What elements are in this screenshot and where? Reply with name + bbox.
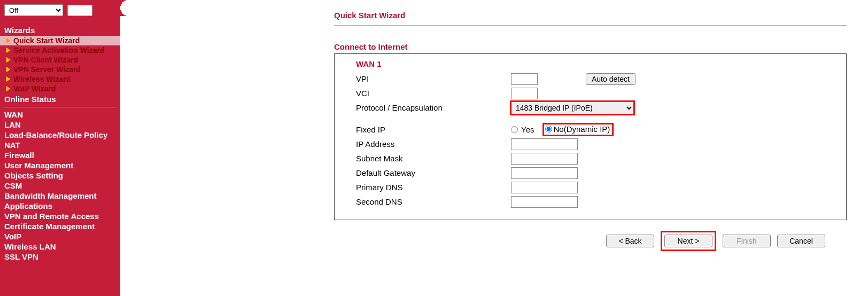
nav-bandwidth-management[interactable]: Bandwidth Management: [0, 191, 120, 201]
next-highlight: Next >: [661, 231, 716, 251]
arrow-icon: [6, 57, 10, 63]
label-second-dns: Second DNS: [351, 197, 511, 206]
label-subnet-mask: Subnet Mask: [351, 154, 511, 163]
vpi-input[interactable]: [511, 73, 538, 85]
label-default-gateway: Default Gateway: [351, 168, 511, 177]
form-box: WAN 1 VPI Auto detect VCI Protocol / Enc…: [334, 53, 847, 220]
ipv6-six: v6: [78, 6, 89, 14]
nav-load-balance[interactable]: Load-Balance/Route Policy: [0, 130, 120, 140]
nav-objects-setting[interactable]: Objects Setting: [0, 170, 120, 181]
nav-vpn-remote-access[interactable]: VPN and Remote Access: [0, 211, 120, 221]
main-content: Quick Start Wizard Connect to Internet W…: [120, 0, 868, 296]
mode-select[interactable]: Off: [4, 4, 63, 16]
primary-dns-input[interactable]: [511, 182, 578, 193]
fixed-ip-no-label: No(Dynamic IP): [553, 124, 610, 134]
auto-detect-button[interactable]: Auto detect: [586, 73, 636, 85]
section-title: Connect to Internet: [334, 42, 847, 51]
cancel-button[interactable]: Cancel: [777, 235, 825, 247]
nav-certificate-management[interactable]: Certificate Management: [0, 221, 120, 231]
nav-ssl-vpn[interactable]: SSL VPN: [0, 252, 120, 262]
sidebar-item-label: Service Activation Wizard: [13, 46, 105, 54]
nav-lan[interactable]: LAN: [0, 120, 120, 130]
sidebar-item-vpn-client-wizard[interactable]: VPN Client Wizard: [0, 55, 120, 65]
sidebar-item-label: VoIP Wizard: [13, 84, 56, 93]
footer-buttons: < Back Next > Finish Cancel: [334, 231, 847, 251]
label-protocol: Protocol / Encapsulation: [351, 103, 511, 112]
sidebar-item-wireless-wizard[interactable]: Wireless Wizard: [0, 74, 120, 84]
nav-wan[interactable]: WAN: [0, 110, 120, 120]
fixed-ip-no-radio[interactable]: [545, 126, 552, 133]
arrow-icon: [6, 38, 10, 43]
protocol-select[interactable]: 1483 Bridged IP (IPoE): [511, 102, 634, 114]
second-dns-input[interactable]: [511, 196, 578, 208]
nav-voip[interactable]: VoIP: [0, 231, 120, 242]
sidebar-item-quick-start-wizard[interactable]: Quick Start Wizard: [0, 36, 120, 45]
divider: [4, 107, 116, 107]
ipv6-prefix: IP: [71, 6, 78, 14]
sidebar: Off IPv6 Wizards Quick Start Wizard Serv…: [0, 0, 120, 296]
arrow-icon: [6, 86, 10, 91]
sidebar-item-label: Quick Start Wizard: [13, 36, 80, 45]
nav-wireless-lan[interactable]: Wireless LAN: [0, 242, 120, 252]
ipv6-badge[interactable]: IPv6: [67, 5, 92, 16]
label-vci: VCI: [351, 89, 511, 98]
label-ip-address: IP Address: [351, 139, 511, 149]
label-fixed-ip: Fixed IP: [351, 125, 511, 134]
nav-csm[interactable]: CSM: [0, 181, 120, 191]
arrow-icon: [6, 76, 10, 82]
nav-user-management[interactable]: User Management: [0, 160, 120, 170]
sidebar-item-label: Wireless Wizard: [13, 75, 71, 83]
wan-heading: WAN 1: [351, 59, 835, 68]
sidebar-item-label: VPN Server Wizard: [13, 65, 81, 74]
sidebar-item-voip-wizard[interactable]: VoIP Wizard: [0, 84, 120, 94]
label-vpi: VPI: [351, 74, 511, 83]
sidebar-item-label: VPN Client Wizard: [13, 56, 78, 64]
next-button[interactable]: Next >: [664, 235, 712, 247]
fixed-ip-no-highlight: No(Dynamic IP): [542, 123, 614, 136]
nav-applications[interactable]: Applications: [0, 201, 120, 211]
vci-input[interactable]: [511, 88, 538, 99]
sidebar-item-service-activation-wizard[interactable]: Service Activation Wizard: [0, 45, 120, 55]
ip-address-input[interactable]: [511, 138, 578, 150]
nav-nat[interactable]: NAT: [0, 140, 120, 150]
arrow-icon: [6, 48, 10, 53]
nav-firewall[interactable]: Firewall: [0, 150, 120, 160]
wizards-header: Wizards: [0, 25, 120, 36]
online-status-header[interactable]: Online Status: [0, 94, 120, 105]
back-button[interactable]: < Back: [606, 235, 654, 247]
page-title: Quick Start Wizard: [334, 11, 847, 26]
fixed-ip-yes-radio[interactable]: [511, 126, 518, 133]
default-gateway-input[interactable]: [511, 167, 578, 179]
finish-button: Finish: [723, 235, 771, 247]
sidebar-item-vpn-server-wizard[interactable]: VPN Server Wizard: [0, 65, 120, 74]
label-primary-dns: Primary DNS: [351, 183, 511, 192]
fixed-ip-yes-label: Yes: [521, 125, 534, 134]
arrow-icon: [6, 67, 10, 72]
subnet-mask-input[interactable]: [511, 153, 578, 165]
